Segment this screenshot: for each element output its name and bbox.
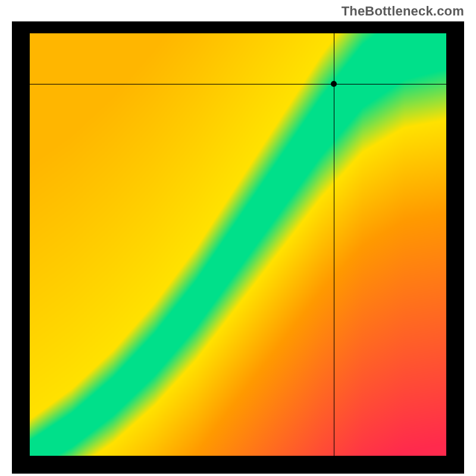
page-root: TheBottleneck.com xyxy=(0,0,476,476)
chart-frame xyxy=(12,21,464,474)
plot-area xyxy=(30,33,446,456)
watermark-text: TheBottleneck.com xyxy=(342,4,464,19)
heatmap-canvas xyxy=(30,33,446,456)
